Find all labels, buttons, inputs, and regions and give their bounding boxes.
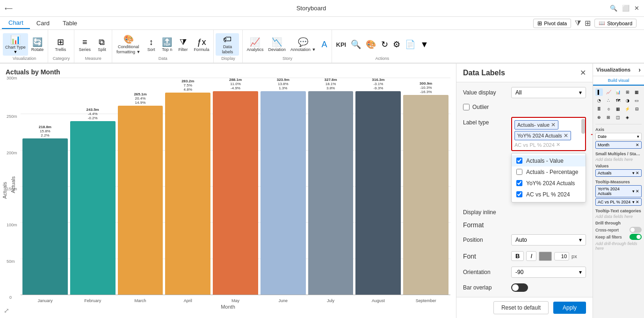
viz-pie-icon[interactable]: ◔ [595, 97, 603, 104]
small-multiples-add[interactable]: Add data fields here [595, 157, 642, 162]
outlier-label: Outlier [472, 104, 489, 110]
viz-scatter-icon[interactable]: ∴ [605, 97, 612, 104]
annotation-button[interactable]: 💬 Annotation ▼ [289, 36, 318, 53]
series-button[interactable]: ≡ Series [76, 36, 93, 53]
label-tag-yoy[interactable]: YoY% 2024 Actuals ✕ [514, 131, 571, 140]
viz-treemap-icon[interactable]: ▦ [614, 105, 622, 113]
viz-custom2-icon[interactable]: ⊞ [605, 114, 612, 121]
tooltip-text-label: Tooltip-Text categories [595, 209, 642, 213]
pivot-button[interactable]: ⊞ Pivot data [533, 19, 571, 28]
keep-all-toggle[interactable] [630, 234, 642, 240]
group-ribbon-icon[interactable]: ⊞ [585, 19, 591, 28]
viz-matrix-icon[interactable]: ⊟ [633, 105, 641, 113]
font-unit: px [572, 253, 577, 259]
expand-panel-icon[interactable]: › [638, 66, 641, 73]
font-bold-button[interactable]: B [511, 251, 524, 261]
viz-area-icon[interactable]: ▦ [633, 88, 641, 96]
tooltip-measures-label: Tooltip-Measures [595, 180, 642, 184]
add-drill-fields[interactable]: Add drill-through fields here [595, 241, 642, 251]
export-button[interactable]: 📄 [403, 38, 417, 51]
dropdown-item-yoy[interactable]: YoY% 2024 Actuals [512, 178, 586, 189]
paint-button[interactable]: 🎨 [364, 38, 378, 51]
bar-overlap-toggle[interactable] [511, 283, 528, 292]
conditional-formatting-button[interactable]: 🎨 Conditionalformatting ▼ [114, 33, 143, 56]
bar-september: 300.9m -10.3% -16.3% [403, 78, 449, 295]
viz-card-icon[interactable]: ▭ [633, 97, 641, 104]
dropdown-item-actuals-value[interactable]: Actuals - Value [512, 155, 586, 166]
x-label-may: May [213, 298, 258, 303]
bar-overlap-label: Bar overlap [463, 284, 507, 291]
viz-bar-icon[interactable]: ▌ [595, 88, 603, 96]
search-button[interactable]: 🔍 [349, 38, 363, 51]
viz-map-icon[interactable]: 🗺 [614, 97, 622, 104]
label-type-container[interactable]: Actuals- value ✕ YoY% 2024 Actuals ✕ [511, 117, 586, 151]
reset-button[interactable]: Reset to default [493, 301, 549, 314]
viz-custom4-icon[interactable]: ◈ [624, 114, 631, 121]
tab-chart[interactable]: Chart [2, 17, 30, 29]
expand-icon[interactable]: ⤢ [4, 307, 9, 314]
panel-close-icon[interactable]: ✕ [580, 68, 586, 77]
ac-pl-tag: AC vs PL % 2024 [598, 200, 630, 204]
viz-waterfall-icon[interactable]: ≣ [595, 105, 603, 113]
values-label: Values [595, 164, 642, 168]
split-button[interactable]: ⧉ Split [94, 36, 110, 53]
tab-card[interactable]: Card [30, 18, 56, 29]
dropdown-item-actuals-pct[interactable]: Actuals - Percentage [512, 166, 586, 178]
sort-button[interactable]: ↕ Sort [144, 36, 159, 53]
kpi-button[interactable]: KPI [334, 40, 348, 50]
filter-button[interactable]: ⧩ Filter [175, 36, 190, 53]
tag-close-yoy[interactable]: ✕ [564, 132, 568, 139]
tab-table[interactable]: Table [56, 18, 84, 29]
tag-close-actuals[interactable]: ✕ [551, 122, 556, 128]
refresh-button[interactable]: ↻ [379, 38, 390, 51]
x-label-jul: July [308, 298, 354, 303]
topn-button[interactable]: 🔝 Top n [159, 36, 174, 53]
text-a-button[interactable]: A [318, 38, 330, 51]
viz-custom3-icon[interactable]: ◫ [614, 114, 622, 121]
axis-label: Axis [595, 127, 642, 132]
viz-custom1-icon[interactable]: ⊕ [595, 114, 603, 121]
label-type-label: Label type [463, 117, 507, 126]
x-label-sep: September [403, 298, 449, 303]
value-display-dropdown[interactable]: All ▾ [511, 87, 586, 98]
tooltip-text-add[interactable]: Add data fields here [595, 214, 642, 219]
data-labels-button[interactable]: 🏷 Datalabels [216, 33, 239, 56]
filter-ribbon-icon[interactable]: ⧩ [575, 19, 581, 28]
font-color-swatch[interactable] [539, 252, 552, 261]
viz-gauge-icon[interactable]: ◑ [624, 97, 631, 104]
formula-button[interactable]: ƒx Formula [191, 36, 211, 53]
viz-line-icon[interactable]: 📈 [605, 88, 612, 96]
minimize-icon2[interactable]: ⬜ [622, 5, 630, 12]
viz-table-icon[interactable]: ⊞ [624, 88, 631, 96]
viz-col-icon[interactable]: 📊 [614, 88, 622, 96]
label-tag-actuals-value[interactable]: Actuals- value ✕ [514, 120, 558, 130]
deviation-button[interactable]: 📉 Deviation [266, 36, 288, 53]
analytics-button[interactable]: 📈 Analytics [245, 36, 265, 53]
export-arrow-button[interactable]: ▼ [418, 38, 430, 51]
gear-button[interactable]: ⚙ [391, 38, 402, 51]
outlier-checkbox[interactable] [463, 104, 470, 110]
font-size-input[interactable] [554, 252, 569, 260]
font-italic-button[interactable]: I [526, 251, 536, 261]
cross-report-toggle[interactable] [630, 227, 642, 233]
keep-all-label: Keep all filters [595, 235, 622, 239]
viz-funnel-icon[interactable]: ⌽ [605, 105, 612, 113]
trellis-button[interactable]: ⊞ Trellis [50, 36, 71, 53]
bar-july: 327.8m 18.1% 3.8% [308, 78, 354, 295]
position-dropdown[interactable]: Auto ▾ [511, 234, 586, 246]
dropdown-item-ac-pl[interactable]: AC vs PL % 2024 [512, 189, 586, 200]
chart-type-button[interactable]: 📊 Chart Type ▼ [3, 33, 28, 56]
chart-title: Actuals by Month [6, 68, 450, 76]
storyboard-btn[interactable]: 📖 Storyboard [594, 19, 637, 28]
orientation-dropdown[interactable]: -90 ▾ [511, 267, 586, 278]
label-type-dropdown[interactable]: Actuals - Value Actuals - Percentage YoY… [511, 153, 586, 202]
bar-february: 243.5m -4.4% -0.2% [70, 78, 116, 295]
minimize-icon[interactable]: 🔍 [610, 5, 617, 12]
small-multiples-label: Small Multiples / Stacked Gr... [595, 152, 642, 156]
rotate-button[interactable]: 🔄 Rotate [29, 36, 46, 53]
viz-combo-icon[interactable]: ⚡ [624, 105, 631, 113]
top-bar-back-icon[interactable]: ⟵ [5, 5, 13, 12]
build-visual-tab[interactable]: Build visual [593, 76, 644, 86]
close-icon[interactable]: ✕ [634, 5, 639, 12]
apply-button[interactable]: Apply [553, 302, 586, 314]
